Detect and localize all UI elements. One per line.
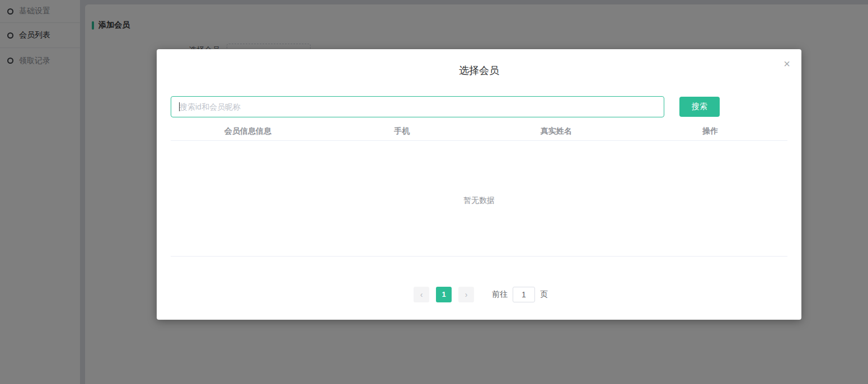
column-header-phone: 手机: [325, 124, 480, 140]
text-caret: [179, 102, 180, 111]
column-header-member-info: 会员信息信息: [171, 124, 325, 140]
dialog-title: 选择会员: [157, 64, 801, 77]
goto-label: 前往: [492, 290, 508, 300]
next-page-button[interactable]: ›: [458, 287, 474, 302]
column-header-real-name: 真实姓名: [479, 124, 634, 140]
search-input[interactable]: [171, 96, 664, 117]
prev-page-button[interactable]: ‹: [414, 287, 429, 302]
close-icon[interactable]: ×: [783, 58, 790, 69]
search-button[interactable]: 搜索: [679, 97, 720, 117]
column-header-actions: 操作: [634, 124, 788, 140]
search-input-wrap: [171, 96, 664, 117]
table-body: 暂无数据: [171, 141, 787, 257]
goto-page-input[interactable]: [513, 287, 535, 302]
page-unit-label: 页: [540, 290, 548, 300]
empty-state-text: 暂无数据: [171, 196, 787, 206]
chevron-right-icon: ›: [465, 290, 468, 299]
table-header-row: 会员信息信息 手机 真实姓名 操作: [171, 124, 787, 141]
select-member-dialog: 选择会员 × 搜索 会员信息信息 手机 真实姓名 操作 暂无数据 ‹ 1 › 前…: [157, 49, 801, 320]
chevron-left-icon: ‹: [420, 290, 423, 299]
page-number-button[interactable]: 1: [436, 287, 452, 302]
pagination: ‹ 1 › 前往 页: [157, 287, 801, 302]
